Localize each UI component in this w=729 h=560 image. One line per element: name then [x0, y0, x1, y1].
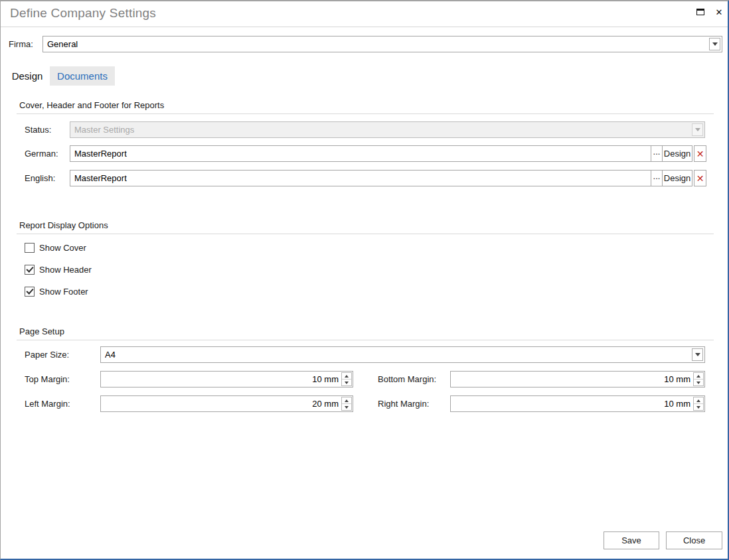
german-label: German: — [25, 145, 58, 162]
firma-value: General — [47, 36, 706, 52]
firma-dropdown-button[interactable] — [709, 38, 720, 50]
spin-up-button[interactable] — [694, 373, 703, 380]
maximize-icon — [696, 9, 704, 15]
bottom-margin-stepper[interactable] — [693, 372, 704, 386]
close-button[interactable]: Close — [666, 531, 722, 549]
chevron-down-icon — [695, 128, 700, 131]
spin-down-button[interactable] — [694, 380, 703, 385]
chevron-down-icon — [345, 406, 349, 409]
chevron-up-icon — [696, 399, 700, 402]
section-title-page-setup: Page Setup — [19, 326, 64, 336]
dialog-define-company-settings: Define Company Settings ✕ Firma: General… — [0, 0, 729, 560]
status-combobox: Master Settings — [70, 121, 705, 138]
spin-up-button[interactable] — [694, 397, 703, 404]
left-margin-stepper[interactable] — [341, 397, 352, 411]
german-clear-button[interactable]: ✕ — [694, 145, 706, 162]
tab-design[interactable]: Design — [11, 66, 44, 86]
english-report-input[interactable] — [70, 171, 651, 186]
right-margin-stepper[interactable] — [693, 397, 704, 411]
firma-combobox[interactable]: General — [42, 36, 722, 52]
red-x-icon: ✕ — [696, 174, 704, 183]
spin-down-button[interactable] — [694, 404, 703, 410]
german-design-button[interactable]: Design — [662, 145, 692, 162]
chevron-up-icon — [696, 375, 700, 378]
show-header-row: Show Header — [25, 264, 92, 275]
maximize-button[interactable] — [693, 5, 708, 19]
paper-size-dropdown-button[interactable] — [692, 348, 703, 361]
chevron-down-icon — [696, 382, 700, 384]
top-margin-input[interactable] — [101, 372, 341, 387]
top-margin-label: Top Margin: — [25, 371, 70, 387]
window-close-button[interactable]: ✕ — [712, 5, 726, 19]
chevron-down-icon — [696, 406, 700, 409]
show-footer-checkbox[interactable] — [25, 287, 35, 297]
section-divider — [17, 113, 714, 114]
top-margin-stepper[interactable] — [341, 372, 352, 386]
spin-down-button[interactable] — [342, 380, 351, 385]
german-report-field — [70, 145, 651, 162]
left-margin-label: Left Margin: — [25, 395, 70, 412]
chevron-down-icon — [712, 42, 718, 46]
section-divider — [17, 234, 714, 234]
show-footer-label: Show Footer — [39, 287, 88, 297]
close-icon: ✕ — [716, 8, 723, 17]
section-divider — [17, 340, 714, 340]
tab-documents[interactable]: Documents — [50, 66, 115, 86]
section-title-reports: Cover, Header and Footer for Reports — [19, 100, 164, 110]
firma-label: Firma: — [9, 36, 33, 52]
bottom-margin-label: Bottom Margin: — [378, 371, 436, 387]
status-label: Status: — [25, 121, 51, 138]
chevron-down-icon — [345, 382, 349, 384]
section-title-display-options: Report Display Options — [19, 220, 108, 230]
english-report-field — [70, 170, 651, 186]
page-title: Define Company Settings — [10, 6, 156, 21]
english-clear-button[interactable]: ✕ — [694, 170, 706, 186]
show-header-checkbox[interactable] — [25, 265, 35, 275]
english-browse-button[interactable]: ... — [651, 170, 663, 186]
status-value: Master Settings — [74, 122, 688, 137]
paper-size-combobox[interactable]: A4 — [100, 346, 705, 363]
english-design-button[interactable]: Design — [662, 170, 692, 186]
left-margin-input[interactable] — [101, 396, 341, 411]
red-x-icon: ✕ — [696, 149, 704, 159]
show-cover-row: Show Cover — [25, 242, 86, 253]
spin-down-button[interactable] — [342, 404, 351, 410]
bottom-margin-field — [450, 371, 705, 387]
chevron-down-icon — [695, 353, 700, 356]
save-button[interactable]: Save — [604, 531, 659, 549]
english-label: English: — [25, 170, 55, 186]
show-footer-row: Show Footer — [25, 286, 88, 297]
right-margin-label: Right Margin: — [378, 395, 429, 412]
left-margin-field — [100, 395, 353, 412]
right-margin-input[interactable] — [451, 396, 692, 411]
chevron-up-icon — [345, 375, 349, 378]
show-cover-checkbox[interactable] — [25, 243, 35, 253]
show-cover-label: Show Cover — [39, 243, 86, 253]
spin-up-button[interactable] — [342, 397, 351, 404]
status-dropdown-button — [692, 123, 703, 136]
chevron-up-icon — [345, 399, 349, 402]
title-separator — [1, 27, 728, 27]
german-browse-button[interactable]: ... — [651, 145, 663, 162]
right-margin-field — [450, 395, 705, 412]
paper-size-value: A4 — [105, 347, 688, 362]
show-header-label: Show Header — [39, 265, 92, 275]
spin-up-button[interactable] — [342, 373, 351, 380]
bottom-margin-input[interactable] — [451, 372, 692, 387]
german-report-input[interactable] — [70, 146, 651, 161]
top-margin-field — [100, 371, 353, 387]
paper-size-label: Paper Size: — [25, 346, 69, 363]
